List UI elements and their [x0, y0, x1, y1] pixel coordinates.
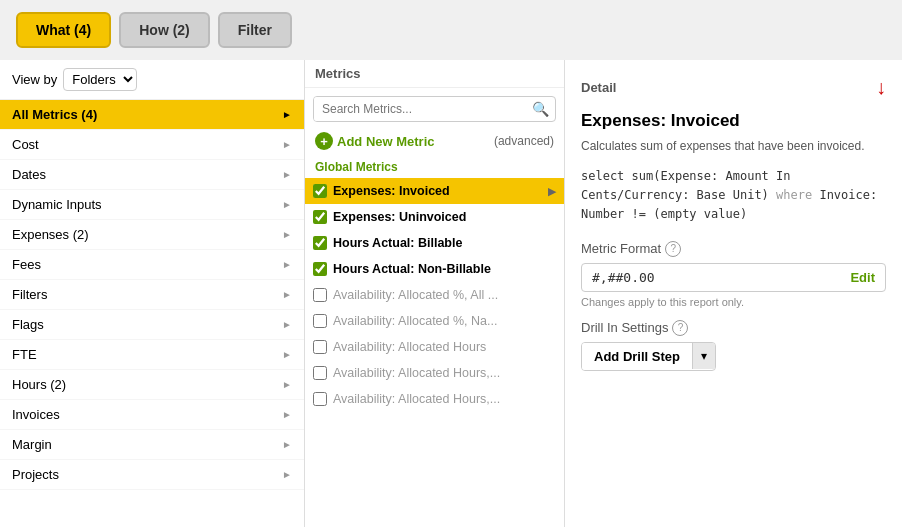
detail-col-header: Detail: [581, 74, 616, 101]
sidebar-item-label-11: Margin: [12, 437, 52, 452]
metric-label-4: Availability: Allocated %, All ...: [333, 288, 556, 302]
metric-checkbox-7[interactable]: [313, 366, 327, 380]
sidebar-item-5[interactable]: Fees►: [0, 250, 304, 280]
sidebar-item-4[interactable]: Expenses (2)►: [0, 220, 304, 250]
sidebar-item-1[interactable]: Cost►: [0, 130, 304, 160]
metric-label-8: Availability: Allocated Hours,...: [333, 392, 556, 406]
drill-help-icon[interactable]: ?: [672, 320, 688, 336]
sidebar-item-label-8: FTE: [12, 347, 37, 362]
metric-item-4[interactable]: Availability: Allocated %, All ...: [305, 282, 564, 308]
drill-btn-label: Add Drill Step: [582, 343, 692, 370]
sidebar-item-label-4: Expenses (2): [12, 227, 89, 242]
metric-item-3[interactable]: Hours Actual: Non-Billable: [305, 256, 564, 282]
sidebar-item-label-9: Hours (2): [12, 377, 66, 392]
sidebar-item-0[interactable]: All Metrics (4)►: [0, 100, 304, 130]
tab-how[interactable]: How (2): [119, 12, 210, 48]
view-by-label: View by: [12, 72, 57, 87]
metric-checkbox-5[interactable]: [313, 314, 327, 328]
format-value: #,##0.00: [592, 270, 655, 285]
code-part-1: select sum(Expense: Amount In Cents/Curr…: [581, 169, 791, 202]
sidebar-item-chevron-10: ►: [282, 409, 292, 420]
sidebar-item-label-5: Fees: [12, 257, 41, 272]
metric-checkbox-2[interactable]: [313, 236, 327, 250]
metric-checkbox-3[interactable]: [313, 262, 327, 276]
metric-checkbox-6[interactable]: [313, 340, 327, 354]
sidebar-item-label-1: Cost: [12, 137, 39, 152]
add-drill-step-button[interactable]: Add Drill Step ▾: [581, 342, 716, 371]
add-metric-label: Add New Metric: [337, 134, 435, 149]
tab-filter[interactable]: Filter: [218, 12, 292, 48]
down-arrow-indicator: ↓: [876, 76, 886, 99]
sidebar-item-7[interactable]: Flags►: [0, 310, 304, 340]
metrics-col-header: Metrics: [305, 60, 564, 87]
metric-label-0: Expenses: Invoiced: [333, 184, 542, 198]
metric-checkbox-4[interactable]: [313, 288, 327, 302]
detail-panel: Detail ↓ Expenses: Invoiced Calculates s…: [565, 60, 902, 527]
detail-title: Expenses: Invoiced: [581, 111, 886, 131]
sidebar-item-2[interactable]: Dates►: [0, 160, 304, 190]
search-input[interactable]: [314, 97, 526, 121]
sidebar-item-chevron-1: ►: [282, 139, 292, 150]
metric-item-8[interactable]: Availability: Allocated Hours,...: [305, 386, 564, 412]
sidebar-item-label-12: Projects: [12, 467, 59, 482]
sidebar-item-9[interactable]: Hours (2)►: [0, 370, 304, 400]
code-keyword: where: [769, 188, 820, 202]
sidebar: View by Folders All All Metrics (4)►Cost…: [0, 60, 305, 527]
format-section: Metric Format ? #,##0.00 Edit Changes ap…: [581, 241, 886, 308]
sidebar-item-10[interactable]: Invoices►: [0, 400, 304, 430]
edit-format-link[interactable]: Edit: [850, 270, 875, 285]
search-icon: 🔍: [526, 97, 555, 121]
metric-item-chevron-0: ▶: [548, 185, 556, 198]
metric-item-0[interactable]: Expenses: Invoiced▶: [305, 178, 564, 204]
search-box: 🔍: [313, 96, 556, 122]
sidebar-item-6[interactable]: Filters►: [0, 280, 304, 310]
metrics-columns-header: Metrics: [305, 60, 564, 88]
sidebar-item-chevron-2: ►: [282, 169, 292, 180]
sidebar-item-label-10: Invoices: [12, 407, 60, 422]
metric-item-2[interactable]: Hours Actual: Billable: [305, 230, 564, 256]
metric-item-5[interactable]: Availability: Allocated %, Na...: [305, 308, 564, 334]
metric-label-7: Availability: Allocated Hours,...: [333, 366, 556, 380]
tab-what[interactable]: What (4): [16, 12, 111, 48]
format-help-icon[interactable]: ?: [665, 241, 681, 257]
sidebar-list: All Metrics (4)►Cost►Dates►Dynamic Input…: [0, 100, 304, 527]
sidebar-item-label-7: Flags: [12, 317, 44, 332]
add-metric-button[interactable]: + Add New Metric: [315, 132, 435, 150]
add-metric-icon: +: [315, 132, 333, 150]
view-by-select[interactable]: Folders All: [63, 68, 137, 91]
drill-section: Drill In Settings ? Add Drill Step ▾: [581, 320, 886, 371]
metric-label-2: Hours Actual: Billable: [333, 236, 556, 250]
metric-checkbox-1[interactable]: [313, 210, 327, 224]
sidebar-item-chevron-7: ►: [282, 319, 292, 330]
sidebar-item-chevron-11: ►: [282, 439, 292, 450]
metric-item-7[interactable]: Availability: Allocated Hours,...: [305, 360, 564, 386]
sidebar-item-label-2: Dates: [12, 167, 46, 182]
detail-code: select sum(Expense: Amount In Cents/Curr…: [581, 167, 886, 225]
sidebar-item-chevron-5: ►: [282, 259, 292, 270]
sidebar-item-chevron-4: ►: [282, 229, 292, 240]
sidebar-item-chevron-3: ►: [282, 199, 292, 210]
sidebar-item-11[interactable]: Margin►: [0, 430, 304, 460]
view-by-bar: View by Folders All: [0, 60, 304, 100]
metric-label-6: Availability: Allocated Hours: [333, 340, 556, 354]
metric-checkbox-0[interactable]: [313, 184, 327, 198]
metric-item-1[interactable]: Expenses: Uninvoiced: [305, 204, 564, 230]
metric-item-6[interactable]: Availability: Allocated Hours: [305, 334, 564, 360]
sidebar-item-chevron-12: ►: [282, 469, 292, 480]
advanced-link[interactable]: (advanced): [494, 134, 554, 148]
drill-btn-dropdown-icon: ▾: [692, 343, 715, 369]
drill-label: Drill In Settings ?: [581, 320, 886, 336]
global-metrics-label: Global Metrics: [305, 156, 564, 178]
sidebar-item-label-0: All Metrics (4): [12, 107, 97, 122]
changes-note: Changes apply to this report only.: [581, 296, 886, 308]
sidebar-item-3[interactable]: Dynamic Inputs►: [0, 190, 304, 220]
sidebar-item-label-3: Dynamic Inputs: [12, 197, 102, 212]
metrics-panel: Metrics 🔍 + Add New Metric (advanced) Gl…: [305, 60, 565, 527]
format-box: #,##0.00 Edit: [581, 263, 886, 292]
sidebar-item-8[interactable]: FTE►: [0, 340, 304, 370]
metric-checkbox-8[interactable]: [313, 392, 327, 406]
main-area: View by Folders All All Metrics (4)►Cost…: [0, 60, 902, 527]
metric-label-5: Availability: Allocated %, Na...: [333, 314, 556, 328]
sidebar-item-12[interactable]: Projects►: [0, 460, 304, 490]
format-label: Metric Format ?: [581, 241, 886, 257]
